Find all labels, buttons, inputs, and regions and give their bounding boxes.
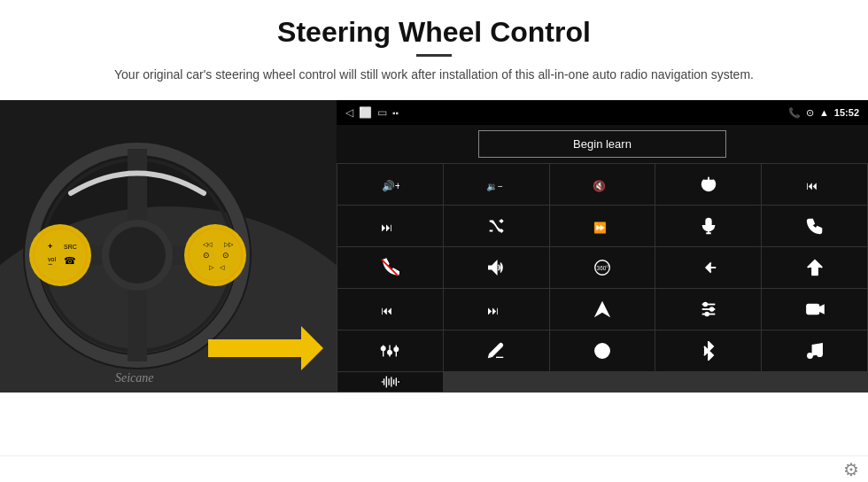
- status-bar: ◁ ⬜ ▭ ▪▪ 📞 ⊙ ▲ 15:52: [337, 100, 868, 125]
- location-icon: ⊙: [806, 107, 814, 119]
- steering-wheel-image: + vol SRC − ☎ ◁◁ ▷▷ ⊙ ⊙ ▷ ◁ Seicane: [0, 100, 337, 393]
- vol-up-button[interactable]: 🔊+: [337, 164, 443, 205]
- pen-button[interactable]: [444, 330, 549, 371]
- back-nav-icon[interactable]: ◁: [345, 106, 353, 119]
- end-call-button[interactable]: [337, 247, 443, 288]
- svg-rect-47: [806, 305, 818, 315]
- begin-learn-row: Begin learn: [337, 125, 868, 163]
- svg-text:⏮: ⏮: [806, 179, 818, 192]
- home-nav-icon[interactable]: ⬜: [359, 106, 372, 119]
- signal-icon: ▪▪: [392, 108, 399, 118]
- skip-back-button[interactable]: ⏮: [337, 289, 443, 330]
- svg-line-34: [382, 260, 398, 276]
- svg-point-57: [807, 354, 812, 359]
- svg-point-52: [382, 346, 386, 351]
- 360-button[interactable]: 360°: [550, 247, 655, 288]
- recent-nav-icon[interactable]: ▭: [377, 106, 387, 119]
- svg-marker-40: [594, 301, 610, 317]
- svg-marker-48: [818, 305, 824, 313]
- equalizer-button[interactable]: [655, 289, 761, 330]
- controls-grid: 🔊+ 🔉− 🔇 ⏮ ⏭: [337, 163, 868, 393]
- seicane-watermark: Seicane: [115, 371, 154, 385]
- svg-point-44: [703, 303, 707, 307]
- time-display: 15:52: [834, 107, 859, 118]
- svg-point-56: [600, 348, 605, 354]
- call-button[interactable]: [762, 206, 867, 246]
- page-title: Steering Wheel Control: [53, 16, 815, 49]
- phone-icon: 📞: [788, 107, 801, 119]
- vol-down-button[interactable]: 🔉−: [444, 164, 549, 205]
- mute-button[interactable]: 🔇: [550, 164, 655, 205]
- settings-gear-button[interactable]: ⚙: [843, 459, 859, 480]
- svg-text:−: −: [48, 260, 52, 268]
- svg-text:⏩: ⏩: [593, 221, 607, 234]
- svg-text:⏭: ⏭: [487, 304, 499, 317]
- power-button[interactable]: [655, 164, 761, 205]
- home-button[interactable]: [762, 247, 867, 288]
- fast-forward-button[interactable]: ⏩: [550, 206, 655, 246]
- status-left: ◁ ⬜ ▭ ▪▪: [345, 106, 399, 119]
- dial-button[interactable]: [550, 330, 655, 371]
- status-right: 📞 ⊙ ▲ 15:52: [788, 107, 859, 119]
- svg-point-18: [184, 224, 246, 286]
- svg-text:360°: 360°: [597, 265, 609, 271]
- subtitle: Your original car's steering wheel contr…: [89, 66, 779, 84]
- music-button[interactable]: [762, 330, 867, 371]
- content-area: + vol SRC − ☎ ◁◁ ▷▷ ⊙ ⊙ ▷ ◁ Seicane: [0, 100, 868, 455]
- skip-fwd-button[interactable]: ⏭: [444, 289, 549, 330]
- header-section: Steering Wheel Control Your original car…: [0, 0, 868, 93]
- svg-point-53: [388, 351, 392, 355]
- svg-point-46: [705, 313, 709, 316]
- svg-point-45: [710, 307, 714, 311]
- dashcam-button[interactable]: [762, 289, 867, 330]
- back-button[interactable]: [655, 247, 761, 288]
- svg-text:🔊+: 🔊+: [382, 179, 399, 192]
- shuffle-button[interactable]: [444, 206, 549, 246]
- svg-text:▷▷: ▷▷: [224, 241, 234, 247]
- page-wrapper: Steering Wheel Control Your original car…: [0, 0, 868, 482]
- mixer-button[interactable]: [337, 330, 443, 371]
- svg-text:+: +: [48, 242, 52, 251]
- svg-point-58: [817, 352, 822, 357]
- bottom-bar: ⚙: [0, 455, 868, 482]
- waveform-button[interactable]: [337, 372, 443, 392]
- microphone-button[interactable]: [655, 206, 761, 246]
- begin-learn-button[interactable]: Begin learn: [478, 130, 726, 158]
- svg-text:☎: ☎: [64, 255, 76, 266]
- svg-point-10: [109, 227, 166, 284]
- svg-text:⊙: ⊙: [203, 251, 210, 260]
- svg-point-54: [394, 347, 399, 352]
- horn-button[interactable]: [444, 247, 549, 288]
- svg-text:⏮: ⏮: [381, 304, 392, 317]
- prev-track-button[interactable]: ⏮: [762, 164, 867, 205]
- wifi-icon: ▲: [819, 107, 829, 118]
- svg-text:◁◁: ◁◁: [203, 241, 213, 247]
- svg-rect-37: [812, 268, 818, 275]
- navigation-button[interactable]: [550, 289, 655, 330]
- bluetooth-button[interactable]: [655, 330, 761, 371]
- next-button[interactable]: ⏭: [337, 206, 443, 246]
- svg-text:⏭: ⏭: [381, 221, 392, 234]
- svg-text:SRC: SRC: [64, 244, 77, 250]
- control-panel: ◁ ⬜ ▭ ▪▪ 📞 ⊙ ▲ 15:52 Begin learn: [337, 100, 868, 393]
- svg-point-11: [29, 224, 91, 286]
- svg-text:🔉−: 🔉−: [486, 181, 503, 192]
- svg-text:🔇: 🔇: [593, 179, 606, 192]
- title-divider: [416, 54, 452, 57]
- svg-text:⊙: ⊙: [222, 251, 229, 260]
